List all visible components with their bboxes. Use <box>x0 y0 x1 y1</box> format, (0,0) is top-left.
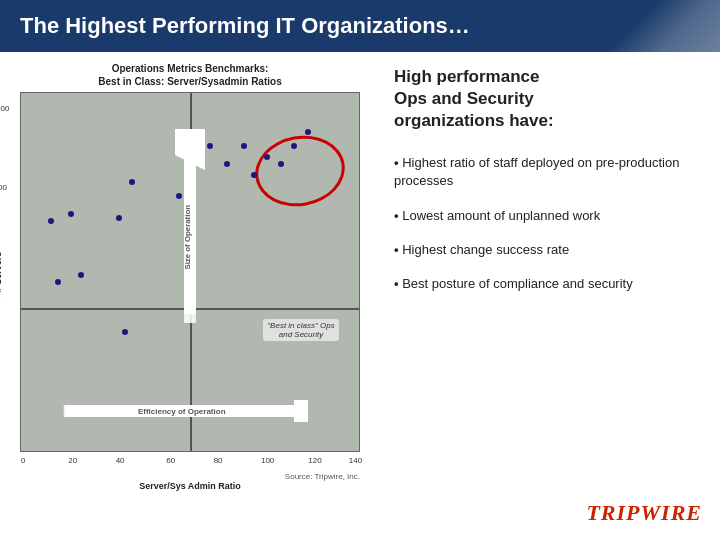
scatter-dot <box>251 172 257 178</box>
scatter-dot <box>48 218 54 224</box>
bullet-1: • Highest ratio of staff deployed on pre… <box>394 154 702 190</box>
scatter-dot <box>122 329 128 335</box>
scatter-dot <box>224 161 230 167</box>
chart-source: Source: Tripwire, Inc. <box>20 472 360 481</box>
chart-container: # Servers Size of Operat <box>20 92 360 452</box>
vertical-arrow: Size of Operation <box>175 129 205 326</box>
scatter-dot <box>116 215 122 221</box>
scatter-dot <box>305 129 311 135</box>
red-oval-highlight <box>250 129 351 214</box>
scatter-dot <box>241 143 247 149</box>
scatter-dot <box>129 179 135 185</box>
x-axis-title: Server/Sys Admin Ratio <box>20 481 360 491</box>
chart-area: Operations Metrics Benchmarks: Best in C… <box>0 52 380 540</box>
svg-text:Size of Operation: Size of Operation <box>183 205 192 270</box>
svg-text:Efficiency of Operation: Efficiency of Operation <box>138 407 226 416</box>
page-header: The Highest Performing IT Organizations… <box>0 0 720 52</box>
x-tick-0: 0 <box>21 456 25 465</box>
bullet-4: • Best posture of compliance and securit… <box>394 275 702 293</box>
scatter-dot <box>55 279 61 285</box>
scatter-dot <box>68 211 74 217</box>
bullet-2: • Lowest amount of unplanned work <box>394 207 702 225</box>
bullet-3: • Highest change success rate <box>394 241 702 259</box>
right-heading: High performance Ops and Security organi… <box>394 66 702 132</box>
x-tick-140: 140 <box>349 456 362 465</box>
x-tick-40: 40 <box>116 456 125 465</box>
scatter-dot <box>278 161 284 167</box>
best-class-label: "Best in class" Opsand Security <box>263 319 338 341</box>
x-tick-100: 100 <box>261 456 274 465</box>
right-panel: High performance Ops and Security organi… <box>380 52 720 540</box>
page-title: The Highest Performing IT Organizations… <box>20 13 470 39</box>
x-tick-60: 60 <box>166 456 175 465</box>
scatter-chart: Size of Operation Efficiency of Operatio… <box>20 92 360 452</box>
scatter-dot <box>207 143 213 149</box>
y-tick-10000: 10,000 <box>0 104 9 113</box>
chart-title: Operations Metrics Benchmarks: Best in C… <box>98 62 281 88</box>
horizontal-arrow: Efficiency of Operation <box>55 400 309 422</box>
y-tick-1000: 1,000 <box>0 183 7 192</box>
tripwire-logo: TRIPWIRE <box>394 500 702 526</box>
x-tick-80: 80 <box>214 456 223 465</box>
x-tick-20: 20 <box>68 456 77 465</box>
main-content: Operations Metrics Benchmarks: Best in C… <box>0 52 720 540</box>
header-bg <box>580 0 720 52</box>
scatter-dot <box>78 272 84 278</box>
y-axis-label: # Servers <box>0 252 3 293</box>
x-tick-120: 120 <box>308 456 321 465</box>
